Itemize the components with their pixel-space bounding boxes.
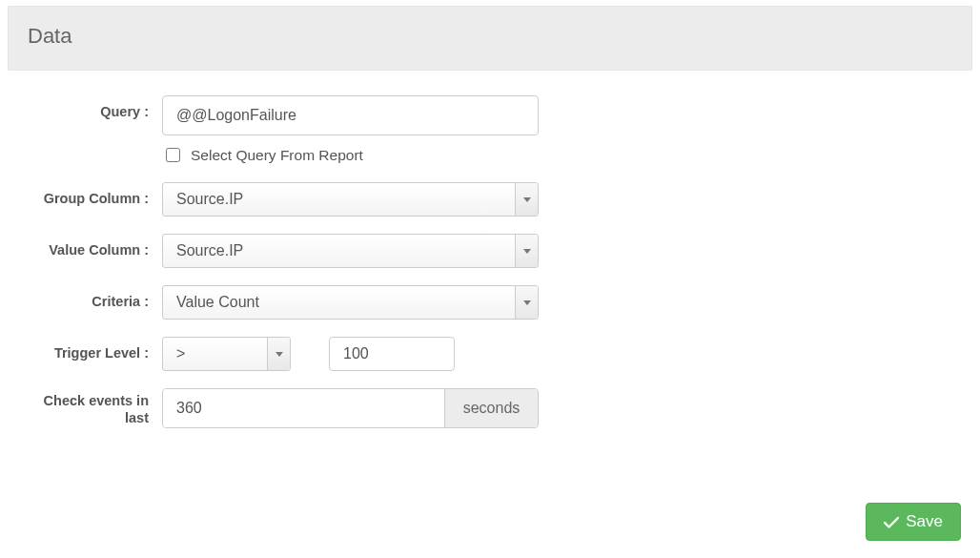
row-group-column: Group Column : Source.IP bbox=[19, 182, 961, 217]
query-input[interactable] bbox=[162, 95, 539, 135]
select-from-report-row[interactable]: Select Query From Report bbox=[162, 145, 539, 165]
group-column-select[interactable]: Source.IP bbox=[162, 182, 539, 217]
value-column-select[interactable]: Source.IP bbox=[162, 234, 539, 268]
group-column-caret bbox=[515, 183, 538, 216]
trigger-operator-select[interactable]: > bbox=[162, 337, 291, 371]
select-from-report-label: Select Query From Report bbox=[191, 147, 363, 164]
panel-header: Data bbox=[8, 6, 972, 71]
chevron-down-icon bbox=[276, 352, 283, 357]
group-column-selected: Source.IP bbox=[163, 183, 515, 216]
value-column-selected: Source.IP bbox=[163, 235, 515, 267]
row-trigger-level: Trigger Level : > bbox=[19, 337, 961, 371]
check-events-input[interactable] bbox=[163, 389, 444, 427]
label-query: Query : bbox=[19, 95, 162, 120]
data-form-panel: Data Query : Select Query From Report Gr… bbox=[0, 6, 980, 558]
label-trigger-level: Trigger Level : bbox=[19, 337, 162, 362]
value-column-caret bbox=[515, 235, 538, 267]
check-events-group: seconds bbox=[162, 388, 539, 428]
form-area: Query : Select Query From Report Group C… bbox=[0, 95, 980, 428]
save-button-label: Save bbox=[906, 512, 943, 531]
criteria-caret bbox=[515, 286, 538, 319]
criteria-select[interactable]: Value Count bbox=[162, 285, 539, 320]
chevron-down-icon bbox=[523, 300, 531, 305]
row-query: Query : Select Query From Report bbox=[19, 95, 961, 165]
chevron-down-icon bbox=[523, 249, 531, 254]
check-icon bbox=[884, 516, 899, 528]
trigger-operator-selected: > bbox=[163, 338, 267, 370]
chevron-down-icon bbox=[523, 197, 531, 202]
label-group-column: Group Column : bbox=[19, 182, 162, 207]
criteria-selected: Value Count bbox=[163, 286, 515, 319]
trigger-operator-caret bbox=[267, 338, 290, 370]
check-events-unit: seconds bbox=[444, 389, 538, 427]
row-check-events: Check events in last seconds bbox=[19, 388, 961, 428]
trigger-value-input[interactable] bbox=[329, 337, 455, 371]
row-criteria: Criteria : Value Count bbox=[19, 285, 961, 320]
select-from-report-checkbox[interactable] bbox=[166, 148, 180, 162]
label-value-column: Value Column : bbox=[19, 234, 162, 258]
row-value-column: Value Column : Source.IP bbox=[19, 234, 961, 268]
label-criteria: Criteria : bbox=[19, 285, 162, 310]
ctrl-query: Select Query From Report bbox=[162, 95, 539, 165]
save-button[interactable]: Save bbox=[866, 503, 961, 541]
panel-title: Data bbox=[28, 24, 952, 49]
label-check-events: Check events in last bbox=[19, 388, 162, 426]
